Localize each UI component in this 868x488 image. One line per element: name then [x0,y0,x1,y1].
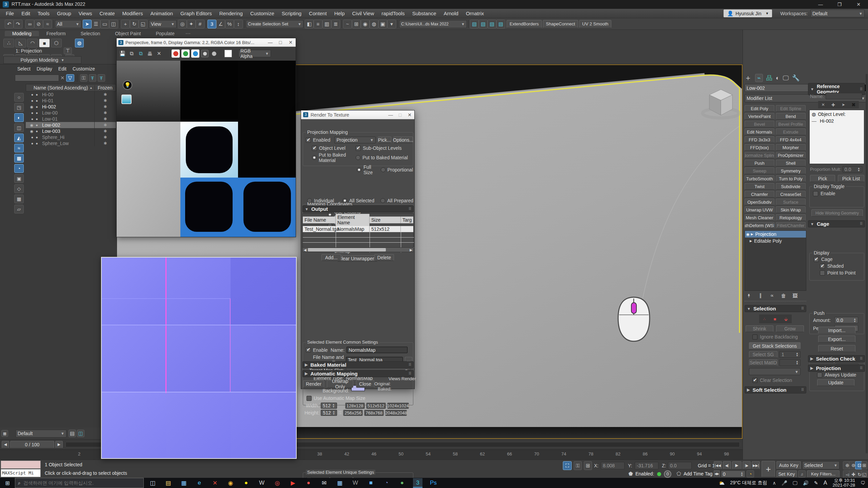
size-128-button[interactable]: 128x128 [345,403,365,409]
align-icon[interactable]: ≡ [314,20,322,28]
create-selection-set-dropdown[interactable]: Create Selection Set▼ [246,20,303,28]
grid-snap-corner-icon[interactable]: ▦ [1,430,8,437]
microphone-tray-icon[interactable]: 🎤 [782,480,787,486]
modifier-preset-button[interactable]: Morpher [776,144,806,151]
visibility-icons[interactable]: ● ● [26,135,39,139]
schematic-view-icon[interactable]: ⊞ [352,20,361,28]
height-spinner[interactable]: 512▲▼ [321,410,337,416]
menu-item[interactable]: Views [75,11,96,16]
filter-xref-icon[interactable]: ▦ [14,195,24,203]
modifier-preset-button[interactable]: PathDeform (WSM) [745,222,774,229]
use-pivot-center-icon[interactable]: ◎ [178,20,187,28]
alpha-channel-toggle[interactable] [210,50,218,57]
frozen-icon[interactable]: ✱ [94,98,116,104]
close-dialog-button[interactable]: Close [356,380,374,388]
cage-rollout-header[interactable]: ▼Cage⠿ [808,220,865,227]
projection-rollout-header[interactable]: ▶Projection⠿ [808,365,865,372]
normal-map-viewer[interactable] [101,257,297,459]
mirror-icon[interactable]: ◧ [305,20,314,28]
time-slider-thumb[interactable]: 0 / 100 [10,441,54,448]
blue-channel-toggle[interactable] [191,49,199,58]
lock-explorer-icon[interactable]: ⚿ [80,74,87,82]
reference-object-name[interactable]: Hi-002 [820,118,834,124]
size-768-button[interactable]: 768x768 [364,410,384,416]
frozen-icon[interactable]: ✱ [94,104,116,110]
red-channel-toggle[interactable] [172,49,180,58]
modifier-preset-button[interactable]: Symmetry [776,167,806,174]
filter-materials-icon[interactable]: ▩ [14,154,24,163]
unwrap-only-button[interactable]: Unwrap Only [327,380,353,388]
menu-item[interactable]: Arnold [440,11,462,16]
modifier-preset-button[interactable]: OpenSubdiv [745,199,774,205]
size-512-button[interactable]: 512x512 [366,403,386,409]
undo-icon[interactable]: ↶ [5,20,14,28]
render-button[interactable]: Render [303,380,324,388]
spinner-snap-icon[interactable]: ↕ [234,20,243,28]
eye-icon[interactable]: ◉ [746,232,750,237]
percent-snap-icon[interactable]: % [225,20,234,28]
clear-image-icon[interactable]: ✕ [155,50,163,57]
make-unique-icon[interactable]: ∝ [768,292,776,299]
projection-modifier-dropdown[interactable]: Projection▼ [334,137,375,143]
start-button[interactable]: ⊞ [0,480,15,486]
keyboard-override-icon[interactable]: # [196,20,204,28]
preview-subobject-icon[interactable]: ◍ [75,39,84,47]
filter-bones-icon[interactable]: ◔ [14,164,24,173]
selection-filter-dropdown[interactable]: All▼ [55,20,81,28]
mono-channel-toggle[interactable] [201,50,209,57]
close-icon[interactable]: ✕ [285,39,296,46]
copy-image-icon[interactable]: ⧉ [128,50,135,57]
element-subobject-icon[interactable]: ⬙ [784,317,788,322]
modifier-preset-button[interactable]: Skin Wrap [776,206,806,213]
vertex-mode-icon[interactable]: ∴ [3,39,14,47]
select-matid-button[interactable]: Select MatID [749,359,777,366]
grow-button[interactable]: Grow [776,325,804,332]
selection-rollout-header[interactable]: ▼Selection⠿ [745,305,806,312]
output-table-hscrollbar[interactable]: ◀ ▶ [302,247,414,252]
minimize-icon[interactable]: — [386,111,395,119]
selection-region-icon[interactable]: ▭ [100,20,109,28]
tab-utilities[interactable]: 🔧 [792,74,800,82]
render-setup-icon[interactable]: ◍ [370,20,378,28]
modifier-preset-button[interactable]: Subdivide [776,183,806,190]
snaps-toggle-icon[interactable]: 3 [208,20,216,28]
rendered-frame-icon[interactable]: ▣ [378,20,387,28]
refgeo-object-list[interactable]: ◍Object Level: —Hi-002 [809,110,864,164]
tab-motion[interactable]: ◐ [776,75,780,82]
menu-item[interactable]: Edit [18,11,34,16]
tab-hierarchy[interactable]: 品 [766,74,772,82]
hancom-icon[interactable]: ■ [366,478,376,488]
menu-item[interactable]: File [2,11,18,16]
tab-display[interactable]: 🖵 [783,75,789,82]
put-to-baked-material-radio-1[interactable] [312,155,317,160]
all-selected-radio[interactable] [342,198,347,203]
select-and-rotate-icon[interactable]: ↻ [130,20,139,28]
key-mode-dropdown[interactable]: Selected▼ [802,461,840,469]
Hi-002[interactable]: ◉ ● Hi-002 ✱ [26,104,116,110]
key-mode-icon[interactable]: ♫ [798,470,806,477]
green-channel-toggle[interactable] [181,49,190,58]
mail-icon[interactable]: ✉ [319,478,329,488]
3ds-max-icon[interactable]: 3 [413,478,422,488]
key-filters-button[interactable]: Key Filters... [807,470,840,477]
add-time-tag[interactable]: Add Time Tag [684,471,712,476]
always-update-checkbox[interactable] [817,372,822,378]
refgeo-delete-all-icon[interactable]: ✖ [852,102,856,107]
edge-mode-icon[interactable]: ◺ [15,39,26,47]
Sphere_Low[interactable]: ● ● Sphere_Low ✱ [26,140,116,146]
polygon-subobject-icon[interactable]: ■ [774,317,776,322]
filter-groups-icon[interactable]: ▱ [14,205,24,214]
menu-item[interactable]: Substance [409,11,440,16]
modifier-preset-button[interactable]: Normalize Spline [745,152,774,159]
visibility-icons[interactable]: ◉ ● [26,123,39,127]
width-spinner[interactable]: 512▲▼ [321,403,337,409]
import-button[interactable]: Import... [818,327,855,334]
auto-map-size-checkbox[interactable] [307,396,312,401]
modifier-preset-button[interactable]: Bend [776,113,806,120]
clone-window-icon[interactable]: ⧉ [137,50,144,57]
minimize-icon[interactable]: — [265,39,275,46]
modifier-preset-button[interactable]: Retopology [776,214,806,221]
clock[interactable]: 오후 10:31 2021-07-28 [833,478,855,488]
modifier-preset-button[interactable]: TurboSmooth [745,175,774,182]
smoothing-group-dropdown[interactable]: ▼ [749,368,801,375]
